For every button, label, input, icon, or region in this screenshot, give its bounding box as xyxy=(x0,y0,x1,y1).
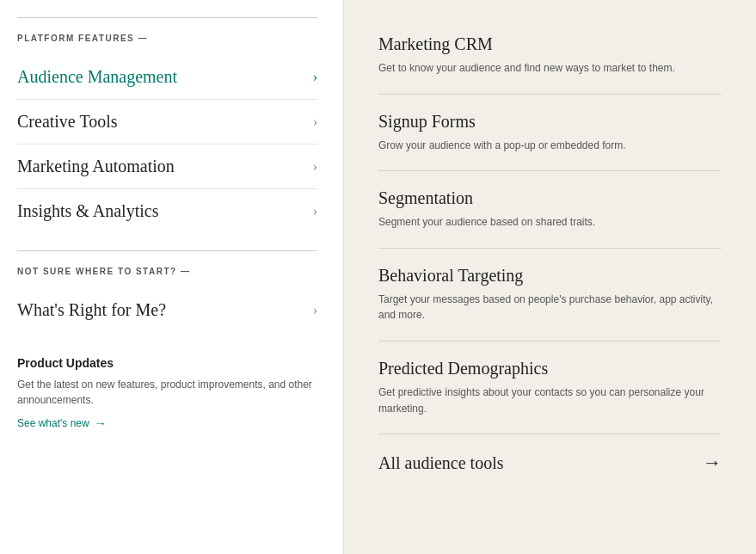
section-label: PLATFORM FEATURES — xyxy=(17,34,317,43)
all-audience-tools-row[interactable]: All audience tools → xyxy=(378,434,722,474)
see-whats-new-label: See what's new xyxy=(17,417,89,429)
product-updates-section: Product Updates Get the latest on new fe… xyxy=(17,356,317,430)
feature-segmentation: Segmentation Segment your audience based… xyxy=(378,171,722,249)
not-sure-label: NOT SURE WHERE TO START? — xyxy=(17,267,317,276)
feature-title-predicted-demographics: Predicted Demographics xyxy=(378,359,722,379)
feature-desc-segmentation: Segment your audience based on shared tr… xyxy=(378,214,722,231)
arrow-right-icon: → xyxy=(95,416,107,430)
see-whats-new-link[interactable]: See what's new → xyxy=(17,416,317,430)
feature-title-signup-forms: Signup Forms xyxy=(378,112,722,132)
chevron-icon-audience-management: › xyxy=(313,70,317,85)
all-audience-tools-label: All audience tools xyxy=(378,453,504,473)
chevron-icon-right-for-me: › xyxy=(313,303,317,318)
right-for-me-label: What's Right for Me? xyxy=(17,300,166,320)
nav-item-insights-analytics[interactable]: Insights & Analytics › xyxy=(17,189,317,233)
mid-divider xyxy=(17,250,317,251)
feature-desc-predicted-demographics: Get predictive insights about your conta… xyxy=(378,385,722,416)
right-panel: Marketing CRM Get to know your audience … xyxy=(344,0,756,554)
nav-item-label-insights-analytics: Insights & Analytics xyxy=(17,201,158,221)
nav-items-list: Audience Management › Creative Tools › M… xyxy=(17,55,317,233)
feature-predicted-demographics: Predicted Demographics Get predictive in… xyxy=(378,342,722,434)
right-for-me-item[interactable]: What's Right for Me? › xyxy=(17,288,317,332)
product-updates-title: Product Updates xyxy=(17,356,317,370)
feature-desc-signup-forms: Grow your audience with a pop-up or embe… xyxy=(378,138,722,154)
chevron-icon-marketing-automation: › xyxy=(313,159,317,175)
chevron-icon-insights-analytics: › xyxy=(313,204,317,219)
nav-item-label-marketing-automation: Marketing Automation xyxy=(17,157,175,176)
top-divider xyxy=(17,17,317,18)
feature-behavioral-targeting: Behavioral Targeting Target your message… xyxy=(378,249,722,342)
left-panel: PLATFORM FEATURES — Audience Management … xyxy=(0,0,344,554)
nav-item-marketing-automation[interactable]: Marketing Automation › xyxy=(17,145,317,189)
nav-item-creative-tools[interactable]: Creative Tools › xyxy=(17,100,317,145)
feature-desc-marketing-crm: Get to know your audience and find new w… xyxy=(378,60,722,77)
feature-title-segmentation: Segmentation xyxy=(378,188,722,208)
feature-signup-forms: Signup Forms Grow your audience with a p… xyxy=(378,95,722,172)
nav-item-label-audience-management: Audience Management xyxy=(17,67,177,87)
nav-item-audience-management[interactable]: Audience Management › xyxy=(17,55,317,100)
feature-desc-behavioral-targeting: Target your messages based on people's p… xyxy=(378,292,722,323)
chevron-icon-creative-tools: › xyxy=(313,114,317,130)
nav-item-label-creative-tools: Creative Tools xyxy=(17,112,118,132)
all-tools-arrow-icon: → xyxy=(703,452,722,474)
product-updates-description: Get the latest on new features, product … xyxy=(17,377,317,408)
feature-marketing-crm: Marketing CRM Get to know your audience … xyxy=(378,17,722,95)
feature-title-behavioral-targeting: Behavioral Targeting xyxy=(378,266,722,286)
feature-title-marketing-crm: Marketing CRM xyxy=(378,34,722,54)
